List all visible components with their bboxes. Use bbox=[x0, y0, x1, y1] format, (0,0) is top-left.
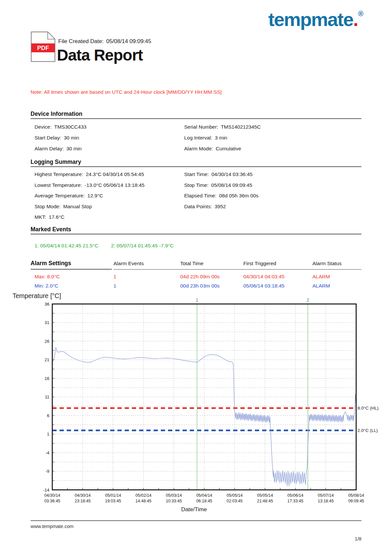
field-label: Highest Temperature: bbox=[35, 171, 83, 177]
y-tick-labels: 36312621161161-4-9-14 bbox=[43, 302, 49, 492]
file-created-label: File Created Date: bbox=[58, 38, 104, 44]
footer-rule bbox=[31, 520, 361, 521]
x-tick-time: 19:03:45 bbox=[105, 499, 121, 503]
field-value: 12.9°C bbox=[87, 193, 103, 198]
pdf-page-fold bbox=[48, 32, 55, 39]
field-value: Manual Stop bbox=[63, 204, 92, 209]
x-tick-time: 23:18:45 bbox=[75, 499, 91, 503]
x-tick-date: 04/30/14 bbox=[75, 493, 91, 498]
field-label: Alarm Mode: bbox=[184, 146, 213, 151]
logging-row-left-1: Lowest Temperature:-13.0°C 05/06/14 13:1… bbox=[35, 182, 144, 188]
x-tick-date: 04/30/14 bbox=[44, 493, 61, 498]
section-rule bbox=[31, 234, 361, 235]
x-tick-date: 05/01/14 bbox=[105, 493, 121, 498]
alarm-min-total-time: 00d 23h 03m 00s bbox=[180, 283, 220, 289]
field-label: Elapsed Time: bbox=[184, 193, 216, 198]
device-row-left-1: Start Delay:30 min bbox=[35, 135, 79, 141]
logging-row-left-4: MKT:17.6°C bbox=[35, 214, 64, 220]
x-tick-time: 03:36:45 bbox=[44, 499, 61, 503]
x-tick-date: 05/07/14 bbox=[318, 493, 334, 498]
footer-page-number: 1/8 bbox=[355, 536, 361, 541]
marked-event-1: 1: 05/04/14 01:42:45 21.5°C bbox=[35, 243, 98, 248]
x-tick-date: 05/03/14 bbox=[166, 493, 182, 498]
field-value: -13.0°C 05/06/14 13:18:45 bbox=[85, 182, 144, 188]
temperature-series bbox=[52, 347, 356, 486]
y-tick-label: 21 bbox=[45, 357, 49, 362]
chart-grid bbox=[52, 304, 356, 490]
pdf-badge-label: PDF bbox=[37, 45, 49, 51]
x-tick-time: 13:18:45 bbox=[318, 499, 334, 503]
field-value: 3 min bbox=[215, 135, 227, 140]
x-tick-time: 06:18:45 bbox=[196, 499, 212, 503]
field-value: 3952 bbox=[214, 204, 226, 209]
section-rule bbox=[31, 118, 361, 119]
logging-row-right-2: Elapsed Time:08d 05h 36m 00s bbox=[184, 193, 258, 199]
logging-row-right-3: Data Points:3952 bbox=[184, 204, 226, 210]
y-tick-label: 11 bbox=[45, 394, 50, 399]
logging-row-left-0: Highest Temperature:24.3°C 04/30/14 05:5… bbox=[35, 171, 144, 177]
x-tick-date: 05/05/14 bbox=[257, 493, 273, 498]
y-tick-label: 26 bbox=[45, 339, 49, 344]
device-row-left-2: Alarm Delay:30 min bbox=[35, 146, 82, 152]
alarm-max-status: ALARM bbox=[312, 274, 330, 280]
y-tick-label: 36 bbox=[45, 302, 49, 307]
device-row-right-1: Log Interval:3 min bbox=[184, 135, 227, 141]
logging-row-right-0: Start Time:04/30/14 03:36:45 bbox=[184, 171, 253, 177]
low-limit-label: 2.0°C (LL) bbox=[357, 428, 378, 433]
tempmate-logo: tempmate.® bbox=[268, 10, 363, 29]
y-tick-label: -9 bbox=[45, 469, 49, 474]
field-value: 30 min bbox=[64, 135, 79, 140]
column-header-total-time: Total Time bbox=[180, 261, 204, 266]
field-label: Serial Number: bbox=[184, 124, 218, 130]
y-tick-label: 16 bbox=[45, 376, 49, 381]
field-value: TMS30CC433 bbox=[54, 124, 86, 130]
device-row-right-0: Serial Number:TMS140212345C bbox=[184, 124, 261, 130]
x-tick-date: 05/04/14 bbox=[196, 493, 212, 498]
section-heading-device-information: Device Information bbox=[31, 111, 83, 117]
marked-events-line: 1: 05/04/14 01:42:45 21.5°C 2: 05/07/14 … bbox=[35, 243, 174, 249]
file-created-line: File Created Date:05/08/14 09:09:45 bbox=[58, 38, 151, 45]
field-label: Data Points: bbox=[184, 204, 212, 209]
marked-event-2: 2: 05/07/14 01:45:45 -7.9°C bbox=[111, 243, 174, 248]
logo-dot: . bbox=[353, 9, 358, 30]
alarm-min-status: ALARM bbox=[312, 283, 330, 289]
alarm-header-rule bbox=[113, 269, 361, 270]
y-tick-label: 31 bbox=[45, 320, 49, 325]
logo-text: tempmate bbox=[268, 9, 353, 30]
x-tick-labels: 04/30/1403:36:4504/30/1423:18:4505/01/14… bbox=[44, 493, 364, 503]
footer-website: www.tempmate.com bbox=[31, 524, 74, 529]
y-tick-label: -14 bbox=[43, 488, 49, 492]
report-page: tempmate.® PDF File Created Date:05/08/1… bbox=[0, 0, 392, 554]
alarm-min-events: 1 bbox=[113, 283, 116, 289]
x-tick-date: 05/08/14 bbox=[348, 493, 364, 498]
alarm-settings-rule bbox=[31, 269, 112, 270]
axis-ticks bbox=[52, 313, 341, 490]
page-title: Data Report bbox=[57, 46, 143, 64]
alarm-min-setting: Min: 2.0°C bbox=[35, 283, 59, 289]
field-value: Cumulative bbox=[216, 146, 241, 151]
field-value: 30 min bbox=[66, 146, 82, 151]
y-tick-label: 1 bbox=[47, 432, 49, 437]
high-limit-label: 8.0°C (HL) bbox=[357, 406, 379, 411]
x-tick-date: 05/05/14 bbox=[227, 493, 243, 498]
logging-row-right-1: Stop Time:05/08/14 09:09:45 bbox=[184, 182, 252, 188]
event-marker-label-2: 2 bbox=[306, 297, 309, 303]
field-value: 08d 05h 36m 00s bbox=[219, 193, 258, 198]
field-label: MKT: bbox=[35, 214, 46, 220]
field-value: 05/08/14 09:09:45 bbox=[211, 182, 252, 188]
y-tick-label: 6 bbox=[47, 413, 49, 418]
alarm-max-total-time: 04d 22h 09m 00s bbox=[180, 274, 220, 280]
field-label: Average Temperature: bbox=[35, 193, 85, 198]
alarm-min-first-triggered: 05/06/14 03:18:45 bbox=[243, 283, 284, 289]
field-label: Stop Time: bbox=[184, 182, 208, 188]
logging-row-left-2: Average Temperature:12.9°C bbox=[35, 193, 103, 199]
x-tick-time: 09:09:45 bbox=[348, 499, 364, 503]
temperature-chart: 1236312621161161-4-9-1404/30/1403:36:450… bbox=[0, 290, 392, 520]
y-tick-label: -4 bbox=[45, 450, 49, 455]
section-heading-logging-summary: Logging Summary bbox=[31, 159, 81, 165]
alarm-max-first-triggered: 04/30/14 04:03:45 bbox=[243, 274, 284, 280]
section-rule bbox=[31, 166, 361, 167]
field-value: TMS140212345C bbox=[221, 124, 261, 130]
alarm-settings-heading: Alarm Settings bbox=[31, 260, 71, 267]
device-row-left-0: Device:TMS30CC433 bbox=[35, 124, 86, 130]
